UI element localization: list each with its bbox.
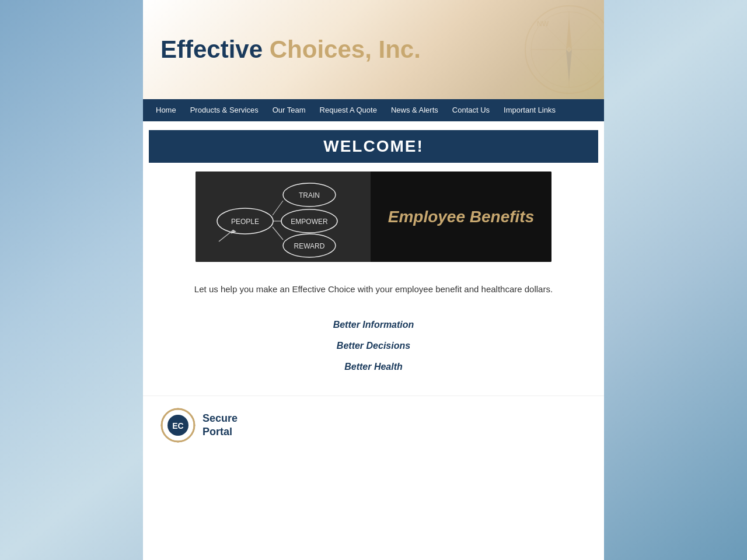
svg-line-20 xyxy=(219,230,233,242)
svg-text:PEOPLE: PEOPLE xyxy=(231,218,259,226)
svg-marker-7 xyxy=(566,18,572,50)
taglines-section: Better Information Better Decisions Bett… xyxy=(143,320,604,372)
logo-effective: Effective xyxy=(160,36,270,63)
nav-news-alerts[interactable]: News & Alerts xyxy=(384,99,445,121)
nav-contact-us[interactable]: Contact Us xyxy=(445,99,497,121)
portal-label-line1: Secure xyxy=(203,412,238,425)
svg-text:REWARD: REWARD xyxy=(294,242,325,250)
svg-line-17 xyxy=(273,201,283,215)
tagline-2: Better Decisions xyxy=(143,341,604,351)
portal-label-line2: Portal xyxy=(203,425,238,439)
compass-icon: NW xyxy=(476,0,604,99)
nav-home[interactable]: Home xyxy=(149,99,183,121)
body-description: Let us help you make an Effective Choice… xyxy=(143,271,604,308)
chalk-diagram-svg: PEOPLE TRAIN EMPOWER REWARD xyxy=(201,174,371,259)
tagline-3: Better Health xyxy=(143,362,604,372)
footer: EC Secure Portal xyxy=(143,396,604,454)
hero-image: PEOPLE TRAIN EMPOWER REWARD xyxy=(196,172,551,262)
page-wrapper: NW Effective Choices, Inc. Home Products… xyxy=(143,0,604,560)
site-header: NW Effective Choices, Inc. xyxy=(143,0,604,99)
nav-our-team[interactable]: Our Team xyxy=(266,99,313,121)
main-nav: Home Products & Services Our Team Reques… xyxy=(143,99,604,121)
hero-benefits: Employee Benefits xyxy=(371,172,551,262)
svg-line-19 xyxy=(273,227,283,240)
tagline-1: Better Information xyxy=(143,320,604,330)
hero-diagram: PEOPLE TRAIN EMPOWER REWARD xyxy=(196,172,371,262)
portal-logo-icon: EC xyxy=(160,408,196,443)
site-logo: Effective Choices, Inc. xyxy=(160,36,421,64)
logo-choices: Choices, Inc. xyxy=(270,36,421,63)
svg-text:NW: NW xyxy=(537,20,549,28)
hero-benefits-text: Employee Benefits xyxy=(382,208,540,226)
svg-text:EMPOWER: EMPOWER xyxy=(291,218,328,226)
hero-section: PEOPLE TRAIN EMPOWER REWARD xyxy=(143,172,604,262)
nav-request-quote[interactable]: Request A Quote xyxy=(313,99,384,121)
nav-products-services[interactable]: Products & Services xyxy=(183,99,266,121)
svg-text:EC: EC xyxy=(172,421,183,430)
svg-text:TRAIN: TRAIN xyxy=(299,191,320,200)
nav-important-links[interactable]: Important Links xyxy=(497,99,563,121)
portal-label: Secure Portal xyxy=(203,412,238,439)
welcome-title: WELCOME! xyxy=(149,137,598,156)
welcome-banner: WELCOME! xyxy=(149,130,598,163)
description-text: Let us help you make an Effective Choice… xyxy=(190,282,557,296)
secure-portal-section[interactable]: EC Secure Portal xyxy=(160,408,587,443)
svg-marker-8 xyxy=(566,50,572,82)
